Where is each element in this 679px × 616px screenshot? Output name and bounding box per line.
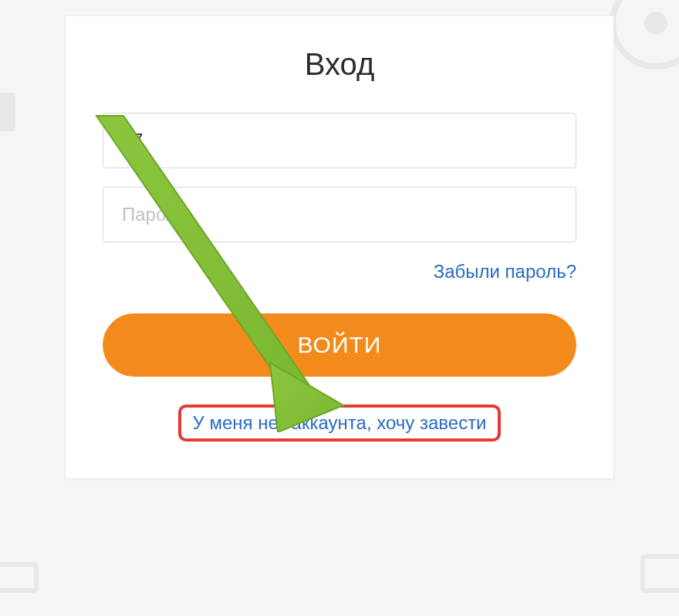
forgot-password-link[interactable]: Забыли пароль? [434, 261, 576, 282]
login-card: Вход Забыли пароль? ВОЙТИ У меня нет акк… [65, 15, 614, 479]
background-decoration [0, 562, 39, 593]
phone-input[interactable] [103, 113, 576, 168]
login-title: Вход [103, 47, 576, 82]
password-input[interactable] [103, 187, 576, 242]
login-button[interactable]: ВОЙТИ [103, 313, 576, 377]
background-decoration [0, 93, 15, 131]
forgot-row: Забыли пароль? [103, 261, 576, 283]
register-link[interactable]: У меня нет аккаунта, хочу завести [178, 404, 500, 442]
background-decoration [640, 554, 679, 593]
register-row: У меня нет аккаунта, хочу завести [103, 404, 576, 442]
background-decoration [610, 0, 679, 69]
